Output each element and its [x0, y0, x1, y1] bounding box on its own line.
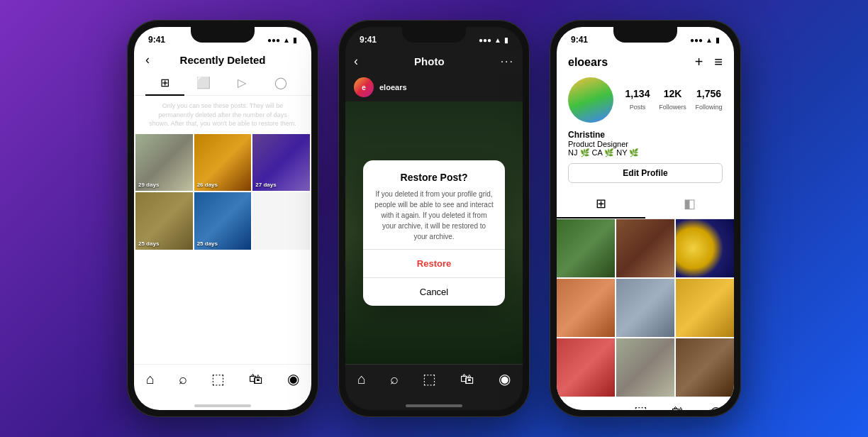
bio-name: Christine [568, 130, 723, 140]
edit-profile-button[interactable]: Edit Profile [568, 163, 723, 183]
grid-cell-8[interactable] [616, 338, 674, 397]
home-indicator-1 [134, 396, 311, 410]
profile-action-icons: + ≡ [695, 54, 723, 70]
reels-nav-icon-2[interactable]: ⬚ [423, 370, 436, 387]
back-button-1[interactable]: ‹ [145, 52, 150, 67]
home-nav-icon-3[interactable]: ⌂ [569, 404, 577, 411]
tab-story[interactable]: ◯ [262, 70, 301, 95]
grid-cell-9[interactable] [676, 338, 734, 397]
photo-header: ‹ Photo ··· [345, 50, 523, 73]
battery-icon-2: ▮ [504, 36, 508, 44]
status-time-3: 9:41 [571, 35, 588, 45]
notch-3 [613, 27, 677, 43]
shop-nav-icon-3[interactable]: 🛍 [672, 404, 686, 411]
deleted-item-4[interactable]: 25 days [135, 192, 193, 250]
deleted-item-1[interactable]: 29 days [135, 134, 193, 192]
bottom-nav-3: ⌂ ⌕ ⬚ 🛍 ◉ [557, 397, 734, 410]
phone2-content: ‹ Photo ··· e eloears Restore Post? If y… [345, 50, 523, 410]
grid-cell-1[interactable] [557, 219, 615, 277]
profile-grid [557, 219, 734, 397]
tab-bar-1: ⊞ ⬜ ▷ ◯ [134, 70, 311, 96]
photo-more-btn[interactable]: ··· [501, 55, 514, 68]
battery-icon-3: ▮ [716, 36, 720, 44]
tab-profile-grid[interactable]: ⊞ [557, 190, 645, 218]
days-badge-2: 26 days [197, 182, 218, 188]
dialog-title: Restore Post? [374, 172, 494, 183]
phone3-screen: 9:41 ●●● ▲ ▮ eloears + ≡ [557, 27, 734, 410]
signal-icon-2: ●●● [479, 36, 491, 44]
grid-cell-4[interactable] [557, 279, 615, 337]
home-indicator-2 [345, 396, 523, 410]
deleted-item-2[interactable]: 26 days [194, 134, 252, 192]
deleted-item-5[interactable]: 25 days [194, 192, 252, 250]
days-badge-5: 25 days [197, 240, 218, 247]
profile-nav-icon-1[interactable]: ◉ [287, 370, 299, 387]
shop-nav-icon-1[interactable]: 🛍 [249, 371, 263, 387]
tab-grid[interactable]: ⊞ [145, 70, 184, 95]
deleted-item-3[interactable]: 27 days [252, 134, 310, 192]
deleted-grid-row2: 25 days 25 days [134, 191, 311, 250]
tab-profile-tagged[interactable]: ◧ [645, 190, 734, 218]
stat-posts: 1,134 Posts [625, 88, 650, 112]
phone2-screen: 9:41 ●●● ▲ ▮ ‹ Photo ··· e eloears [345, 27, 523, 410]
grid-cell-7[interactable] [557, 338, 615, 397]
profile-nav-icon-3[interactable]: ◉ [710, 403, 722, 410]
photo-user-avatar: e [354, 77, 374, 97]
profile-stats: 1,134 Posts 12K Followers 1,756 Followin… [625, 88, 723, 112]
reels-nav-icon-1[interactable]: ⬚ [211, 370, 225, 387]
deleted-grid-row1: 29 days 26 days 27 days [134, 134, 311, 192]
wifi-icon-2: ▲ [494, 36, 501, 44]
bottom-nav-1: ⌂ ⌕ ⬚ 🛍 ◉ [134, 364, 311, 396]
home-bar-2 [406, 404, 462, 407]
phone-profile: 9:41 ●●● ▲ ▮ eloears + ≡ [550, 20, 741, 417]
home-bar-1 [194, 404, 251, 407]
menu-icon[interactable]: ≡ [714, 54, 723, 70]
stat-following: 1,756 Following [696, 88, 723, 112]
tab-video[interactable]: ▷ [223, 70, 262, 95]
grid-cell-5[interactable] [616, 279, 674, 337]
cancel-button[interactable]: Cancel [363, 277, 505, 306]
search-nav-icon-3[interactable]: ⌕ [601, 404, 610, 411]
posts-count: 1,134 [625, 88, 650, 99]
notch [191, 27, 255, 43]
photo-user-row: e eloears [345, 73, 523, 101]
grid-cell-6[interactable] [676, 279, 734, 337]
search-nav-icon-1[interactable]: ⌕ [179, 371, 187, 387]
profile-avatar[interactable] [568, 77, 613, 123]
phone3-content: eloears + ≡ 1,134 Posts 12K F [557, 50, 734, 410]
home-nav-icon-1[interactable]: ⌂ [146, 371, 155, 387]
grid-cell-3[interactable] [676, 219, 734, 277]
reels-nav-icon-3[interactable]: ⬚ [634, 403, 647, 410]
shop-nav-icon-2[interactable]: 🛍 [460, 371, 474, 387]
profile-username: eloears [568, 56, 608, 69]
bottom-nav-2: ⌂ ⌕ ⬚ 🛍 ◉ [345, 364, 523, 396]
bio-location: NJ 🌿 CA 🌿 NY 🌿 [568, 148, 723, 157]
profile-bio: Christine Product Designer NJ 🌿 CA 🌿 NY … [557, 130, 734, 163]
deleted-item-empty [252, 192, 310, 250]
wifi-icon-1: ▲ [283, 36, 290, 44]
posts-label: Posts [630, 104, 646, 111]
phone-recently-deleted: 9:41 ●●● ▲ ▮ ‹ Recently Deleted ⊞ ⬜ ▷ ◯ … [127, 20, 318, 417]
phone1-content: ‹ Recently Deleted ⊞ ⬜ ▷ ◯ Only you can … [134, 50, 311, 410]
tab-reel[interactable]: ⬜ [184, 70, 223, 95]
followers-label: Followers [659, 104, 686, 111]
profile-nav-icon-2[interactable]: ◉ [499, 370, 511, 387]
search-nav-icon-2[interactable]: ⌕ [390, 371, 399, 387]
signal-icon-1: ●●● [267, 36, 280, 44]
add-icon[interactable]: + [695, 54, 703, 70]
photo-username[interactable]: eloears [379, 83, 407, 92]
signal-icon-3: ●●● [690, 36, 703, 44]
home-nav-icon-2[interactable]: ⌂ [357, 371, 366, 387]
profile-info: 1,134 Posts 12K Followers 1,756 Followin… [557, 74, 734, 130]
restore-dialog: Restore Post? If you deleted it from you… [363, 160, 505, 306]
restore-button[interactable]: Restore [363, 250, 505, 277]
page-title-1: Recently Deleted [180, 54, 266, 66]
empty-area-1 [134, 250, 311, 364]
phone-photo-restore: 9:41 ●●● ▲ ▮ ‹ Photo ··· e eloears [338, 20, 530, 417]
grid-cell-2[interactable] [616, 219, 674, 277]
status-icons-3: ●●● ▲ ▮ [690, 36, 720, 44]
profile-header-nav: eloears + ≡ [557, 50, 734, 74]
status-time-1: 9:41 [148, 35, 165, 45]
dialog-actions: Restore Cancel [363, 249, 505, 306]
dialog-content: Restore Post? If you deleted it from you… [363, 160, 505, 249]
